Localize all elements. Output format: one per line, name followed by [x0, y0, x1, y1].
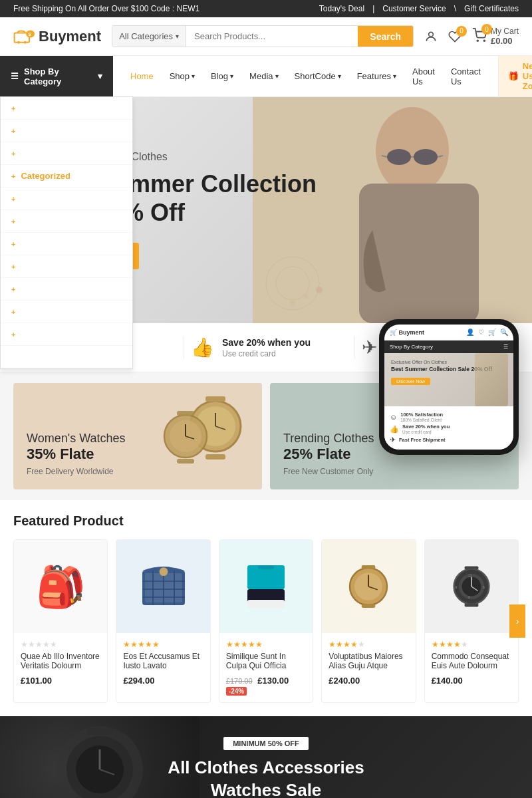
product-name-3: Similique Sunt In Culpa Qui Officia — [226, 652, 306, 672]
search-bar: All Categories ▾ Search — [112, 25, 414, 47]
phone-hamburger-icon: ☰ — [503, 344, 508, 350]
cart-icon[interactable]: 0 My Cart £0.00 — [472, 27, 519, 46]
phone-discover-button[interactable]: Discover Now — [391, 378, 430, 385]
svg-point-1 — [17, 41, 20, 43]
bottom-banner: MINIMUM 50% OFF All Clothes Accessories … — [0, 716, 532, 798]
search-category-dropdown[interactable]: All Categories ▾ — [112, 26, 186, 47]
shop-by-category-btn[interactable]: ☰ Shop By Category ▾ +Accessories Parts … — [0, 56, 113, 96]
today-deal-link[interactable]: Today's Deal — [319, 4, 364, 13]
nav-item-home[interactable]: Home — [124, 63, 160, 89]
svg-rect-32 — [177, 459, 194, 464]
promo-wrapper: Women's Watches 35% Flate Free Delivery … — [0, 372, 532, 500]
product-card-4[interactable]: ★★★★★ Voluptatibus Maiores Alias Guju At… — [321, 539, 416, 703]
category-dropdown: +Accessories Parts +Appliances +Bags +Ca… — [0, 96, 133, 369]
dropdown-item-mobile[interactable]: +Mobile Phone — [1, 278, 132, 301]
shipping-icon: ✈ — [362, 336, 377, 358]
promo-watches-banner[interactable]: Women's Watches 35% Flate Free Delivery … — [13, 383, 262, 489]
shop-chevron-icon: ▾ — [192, 72, 195, 80]
svg-text:9: 9 — [455, 585, 457, 589]
products-next-arrow[interactable]: › — [509, 604, 525, 638]
cart-label: My Cart — [491, 27, 519, 36]
dropdown-item-categorized[interactable]: +Categorized — [1, 165, 132, 188]
dropdown-item-bags[interactable]: +Bags — [1, 142, 132, 165]
svg-point-6 — [477, 40, 478, 41]
hamburger-icon: ☰ — [11, 71, 19, 81]
feature-save-title: Save 20% when you — [222, 337, 311, 348]
phone-feature-row-2: 👍 Save 20% when you Use credit card — [390, 424, 508, 434]
shop-by-category-label: Shop By Category — [24, 66, 92, 86]
nav-item-shop[interactable]: Shop ▾ — [163, 63, 201, 89]
nav-item-about[interactable]: About Us — [406, 59, 442, 94]
svg-rect-51 — [362, 604, 376, 608]
product-old-price-3: £170.00 — [226, 677, 253, 685]
svg-text:12: 12 — [467, 574, 471, 578]
phone-logo: 🛒 Buyment — [390, 329, 424, 336]
svg-rect-58 — [464, 604, 478, 607]
account-icon[interactable] — [424, 30, 438, 43]
product-name-2: Eos Et Accusamus Et Iusto Lavato — [123, 652, 203, 672]
watches-desc: Free Delivery Worldwide — [27, 467, 125, 476]
phone-nav: Shop By Category ☰ — [384, 340, 513, 353]
product-price-3: £170.00 £130.00 -24% — [226, 676, 306, 696]
nav-item-shortcode[interactable]: ShortCode ▾ — [288, 63, 348, 89]
nav-item-blog[interactable]: Blog ▾ — [204, 63, 240, 89]
search-button[interactable]: Search — [358, 26, 413, 47]
dropdown-item-luggages[interactable]: +Luggages — [1, 255, 132, 278]
nav-item-media[interactable]: Media ▾ — [243, 63, 285, 89]
dropdown-item-accessories[interactable]: +Accessories Parts — [1, 97, 132, 120]
phone-cart-icon: 🛒 — [488, 329, 496, 336]
nav-item-features[interactable]: Features ▾ — [350, 63, 403, 89]
svg-text:3: 3 — [467, 595, 469, 599]
product-image-2 — [116, 540, 209, 633]
product-card-2[interactable]: ★★★★★ Eos Et Accusamus Et Iusto Lavato £… — [116, 539, 210, 703]
product-name-4: Voluptatibus Maiores Alias Guju Atque — [329, 652, 408, 672]
search-input[interactable] — [186, 26, 358, 47]
media-chevron-icon: ▾ — [275, 72, 279, 80]
product-stars-1: ★★★★★ — [21, 640, 100, 649]
category-dropdown-icon: ▾ — [98, 71, 102, 81]
phone-satisfaction-sub: 100% Satisfied Client — [400, 418, 443, 422]
svg-point-20 — [290, 301, 295, 306]
header: $ Buyment All Categories ▾ Search 0 — [0, 17, 532, 56]
dropdown-item-sofa[interactable]: +Sofa — [1, 323, 132, 346]
dropdown-item-entertainment[interactable]: +Entertainment — [1, 210, 132, 233]
svg-point-13 — [387, 149, 411, 165]
clothes-title: Trending Clothes — [283, 432, 374, 446]
phone-save-text: Save 20% when you — [402, 424, 450, 430]
gift-certificates-link[interactable]: Gift Certificates — [464, 4, 519, 13]
wishlist-icon[interactable]: 0 — [448, 30, 462, 43]
feature-save: 👍 Save 20% when you Use credit card — [184, 336, 348, 358]
product-discount-3: -24% — [226, 687, 247, 696]
svg-rect-45 — [258, 565, 274, 569]
svg-rect-26 — [205, 454, 225, 460]
product-card-5[interactable]: 3 6 12 9 ★★★★★ Commodo Consequat Euis Au… — [424, 539, 519, 703]
top-bar-links: Today's Deal | Customer Service \ Gift C… — [319, 4, 519, 13]
product-card-1[interactable]: 🎒 ★★★★★ Quae Ab Illo Inventore Veritatis… — [13, 539, 108, 703]
bottom-banner-title: All Clothes Accessories Watches Sale — [168, 757, 364, 798]
logo[interactable]: $ Buyment — [13, 28, 101, 45]
phone-features: ☺ 100% Satisfaction 100% Satisfied Clien… — [384, 406, 513, 450]
svg-point-5 — [429, 32, 434, 37]
dropdown-item-drone[interactable]: +Electronic Drone — [1, 188, 132, 210]
wishlist-badge: 0 — [456, 26, 467, 37]
dropdown-item-induction[interactable]: +Induction — [1, 233, 132, 255]
svg-point-7 — [483, 40, 485, 41]
customer-service-link[interactable]: Customer Service — [382, 4, 446, 13]
category-chevron-icon: ▾ — [176, 33, 179, 40]
cart-badge: 0 — [481, 24, 492, 35]
product-stars-2: ★★★★★ — [123, 640, 203, 649]
new-user-zone[interactable]: 🎁 New User Zone — [498, 56, 532, 96]
dropdown-item-appliances[interactable]: +Appliances — [1, 120, 132, 142]
phone-nav-label: Shop By Category — [390, 344, 433, 350]
nav-item-contact[interactable]: Contact Us — [444, 59, 487, 94]
save-icon: 👍 — [191, 336, 214, 358]
phone-plane-icon: ✈ — [390, 436, 396, 444]
shortcode-chevron-icon: ▾ — [338, 72, 341, 80]
dropdown-view-all[interactable]: View All Items › — [1, 346, 132, 368]
svg-rect-44 — [247, 600, 285, 608]
logo-text: Buyment — [39, 28, 101, 45]
product-card-3[interactable]: ★★★★★ Similique Sunt In Culpa Qui Offici… — [219, 539, 313, 703]
phone-smile-icon: ☺ — [390, 413, 397, 421]
dropdown-item-packaging[interactable]: +Packaging & Printing — [1, 301, 132, 323]
svg-rect-57 — [464, 567, 478, 570]
